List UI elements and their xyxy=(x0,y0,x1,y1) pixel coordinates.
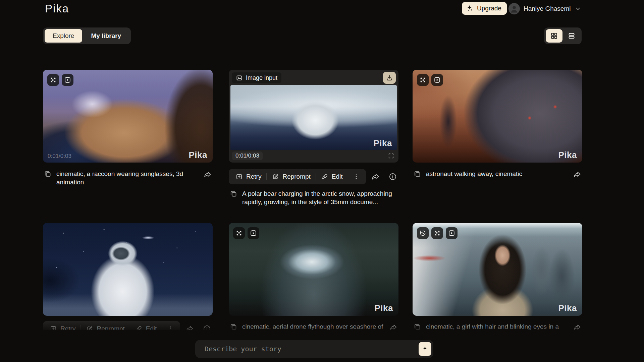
action-pill: Retry Reprompt xyxy=(229,169,366,184)
user-name: Haniye Ghasemi xyxy=(524,5,571,12)
video-grid: 0:01/0:03 Pika cinematic, a raccoon wear… xyxy=(0,54,644,330)
video-thumbnail[interactable]: 0:01/0:03 Pika xyxy=(43,70,213,163)
history-button[interactable] xyxy=(417,227,429,239)
video-card-seashore: Pika cinematic, aerial drone flythough o… xyxy=(229,223,398,330)
expand-button[interactable] xyxy=(47,74,59,86)
dots-vertical-icon xyxy=(353,173,360,180)
user-menu[interactable]: Haniye Ghasemi xyxy=(508,3,582,15)
more-options-button[interactable] xyxy=(162,321,178,330)
retry-button[interactable]: Retry xyxy=(230,169,266,184)
prompt-bar xyxy=(195,340,433,358)
expand-icon xyxy=(419,76,426,83)
copy-icon[interactable] xyxy=(229,190,237,198)
info-icon xyxy=(203,324,211,330)
caption-row: A polar bear charging in the arctic snow… xyxy=(229,189,398,206)
pika-watermark: Pika xyxy=(374,138,392,148)
expand-button[interactable] xyxy=(417,74,429,86)
action-pill: Retry Reprompt xyxy=(43,321,180,330)
retry-button[interactable]: Retry xyxy=(45,321,80,330)
expand-button[interactable] xyxy=(431,227,443,239)
retry-icon xyxy=(235,173,243,180)
edit-label: Edit xyxy=(146,325,157,330)
reprompt-label: Reprompt xyxy=(97,325,124,330)
caption-row: cinematic, aerial drone flythough over s… xyxy=(229,322,398,330)
copy-icon[interactable] xyxy=(413,323,421,330)
expand-icon xyxy=(235,230,243,237)
video-timestamp: 0:01/0:03 xyxy=(232,152,263,160)
video-thumbnail[interactable]: Pika xyxy=(413,223,582,316)
upgrade-button[interactable]: Upgrade xyxy=(462,2,507,15)
more-options-button[interactable] xyxy=(348,169,364,184)
person-icon xyxy=(508,3,520,14)
retry-icon xyxy=(50,325,57,330)
pika-watermark: Pika xyxy=(558,150,577,160)
share-button[interactable] xyxy=(371,172,380,181)
share-icon[interactable] xyxy=(389,323,398,330)
thumb-controls xyxy=(47,74,73,86)
expand-button[interactable] xyxy=(233,227,245,239)
edit-brush-icon xyxy=(135,325,143,330)
info-button[interactable] xyxy=(388,172,397,181)
video-thumbnail[interactable] xyxy=(43,223,213,316)
share-icon xyxy=(371,172,380,181)
tab-explore[interactable]: Explore xyxy=(45,29,82,43)
download-icon xyxy=(386,74,393,81)
video-caption: cinematic, aerial drone flythough over s… xyxy=(242,322,384,330)
video-caption: cinematic, a raccoon wearing sunglasses,… xyxy=(56,170,198,186)
video-thumbnail[interactable]: Pika xyxy=(229,223,398,316)
pika-watermark: Pika xyxy=(558,303,577,313)
video-card-subway-girl: Pika cinematic, a girl with hair and bli… xyxy=(413,223,582,330)
share-icon[interactable] xyxy=(573,323,582,330)
video-thumbnail[interactable]: Pika xyxy=(413,70,582,163)
image-input-badge[interactable]: Image input xyxy=(232,72,281,83)
chevron-down-icon xyxy=(574,5,582,12)
grid-view-button[interactable] xyxy=(546,29,562,43)
caption-row: cinematic, a raccoon wearing sunglasses,… xyxy=(43,170,213,186)
play-button[interactable] xyxy=(62,74,73,86)
play-button[interactable] xyxy=(431,74,443,86)
share-icon[interactable] xyxy=(573,170,582,179)
video-thumbnail[interactable]: Pika xyxy=(230,85,397,150)
info-icon xyxy=(388,172,397,181)
fullscreen-icon[interactable] xyxy=(387,152,395,160)
share-icon[interactable] xyxy=(203,170,212,179)
copy-icon[interactable] xyxy=(229,323,237,330)
tab-my-library[interactable]: My library xyxy=(83,29,129,43)
share-button[interactable] xyxy=(185,324,194,330)
edit-button[interactable]: Edit xyxy=(130,321,162,330)
prompt-input[interactable] xyxy=(204,345,419,353)
edit-button[interactable]: Edit xyxy=(316,169,348,184)
reprompt-label: Reprompt xyxy=(282,173,310,180)
history-clock-icon xyxy=(419,230,426,237)
action-bar: Retry Reprompt xyxy=(43,321,213,330)
copy-icon[interactable] xyxy=(413,170,421,178)
list-view-button[interactable] xyxy=(563,29,580,43)
play-icon xyxy=(434,76,441,83)
active-card-header: Image input xyxy=(229,70,398,85)
sparkle-icon xyxy=(466,4,474,12)
active-card-footer: 0:01/0:03 xyxy=(229,150,398,162)
share-icon xyxy=(185,324,194,330)
play-button[interactable] xyxy=(248,227,259,239)
expand-icon xyxy=(50,76,57,83)
expand-icon xyxy=(434,230,441,237)
copy-icon[interactable] xyxy=(44,170,52,178)
upgrade-label: Upgrade xyxy=(477,5,501,12)
download-button[interactable] xyxy=(383,72,396,84)
generate-button[interactable] xyxy=(419,342,431,356)
reprompt-button[interactable]: Reprompt xyxy=(81,321,129,330)
edit-label: Edit xyxy=(332,173,343,180)
video-caption: A polar bear charging in the arctic snow… xyxy=(242,189,392,206)
app-logo: Pika xyxy=(45,2,69,15)
play-button[interactable] xyxy=(446,227,458,239)
info-button[interactable] xyxy=(203,324,211,330)
video-card-polar-bear: Image input Pika 0:01/0:03 xyxy=(229,70,398,206)
pika-app: Pika Upgrade Haniye Ghasemi Explor xyxy=(0,0,644,362)
video-caption: cinematic, a girl with hair and blinking… xyxy=(426,322,568,330)
reprompt-button[interactable]: Reprompt xyxy=(267,169,315,184)
thumb-controls xyxy=(417,74,443,86)
image-input-icon xyxy=(236,74,243,81)
list-view-icon xyxy=(568,32,576,40)
sparkle-icon xyxy=(421,345,429,353)
action-bar: Retry Reprompt xyxy=(229,169,398,184)
